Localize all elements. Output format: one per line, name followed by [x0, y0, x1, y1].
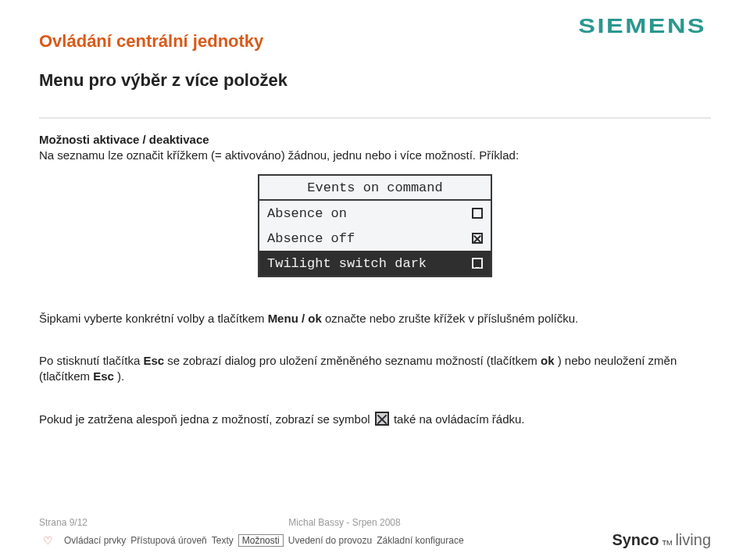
p4-b: také na ovládacím řádku.: [391, 412, 525, 426]
synco-tm: TM: [662, 539, 672, 547]
nav-item: Texty: [212, 535, 234, 546]
slide-footer: Strana 9/12 Michal Bassy - Srpen 2008 ♡ …: [0, 517, 750, 549]
p3-a: Po stisknutí tlačítka: [39, 354, 143, 367]
p3-b2: ok: [541, 354, 555, 367]
lcd-screen: Events on command Absence onAbsence offT…: [258, 174, 492, 277]
intro-paragraph: Na seznamu lze označit křížkem (= aktivo…: [39, 148, 711, 163]
paragraph-4: Pokud je zatržena alespoň jedna z možnos…: [39, 396, 711, 428]
siemens-logo: SIEMENS: [578, 14, 706, 38]
lcd-row: Absence off: [259, 226, 491, 251]
footer-meta: Strana 9/12 Michal Bassy - Srpen 2008: [27, 517, 723, 530]
slide-title-1: Ovládání centrální jednotky: [39, 30, 288, 53]
checked-box-icon: [375, 412, 389, 426]
slide-title-2: Menu pro výběr z více položek: [39, 69, 288, 92]
page-number: Strana 9/12: [39, 517, 88, 528]
p4-a: Pokud je zatržena alespoň jedna z možnos…: [39, 412, 373, 426]
lcd-title: Events on command: [259, 176, 491, 201]
p3-b3: Esc: [93, 369, 114, 383]
lcd-row: Twilight switch dark: [259, 251, 491, 276]
lcd-row: Absence on: [259, 201, 491, 226]
checkbox-checked-icon: [472, 233, 483, 244]
section-subhead: Možnosti aktivace / deaktivace: [39, 133, 711, 146]
synco-bold: Synco: [612, 531, 659, 549]
p3-c: se zobrazí dialog pro uložení změněného …: [164, 354, 541, 367]
lcd-row-label: Absence on: [267, 206, 347, 221]
heart-icon: ♡: [39, 532, 56, 549]
synco-light: living: [675, 531, 711, 549]
author-info: Michal Bassy - Srpen 2008: [288, 517, 400, 528]
checkbox-checked-icon: [472, 258, 483, 269]
synco-logo: SyncoTM living: [612, 531, 711, 549]
p2-a: Šipkami vyberte konkrétní volby a tlačít…: [39, 312, 268, 325]
paragraph-3: Po stisknutí tlačítka Esc se zobrazí dia…: [39, 337, 711, 385]
lcd-row-label: Absence off: [267, 231, 355, 246]
nav-item: Možnosti: [238, 534, 284, 547]
paragraph-2: Šipkami vyberte konkrétní volby a tlačít…: [39, 294, 711, 326]
p3-b1: Esc: [143, 354, 164, 367]
nav-item: Ovládací prvky: [64, 535, 126, 546]
p3-g: ).: [114, 369, 124, 383]
lcd-example: Events on command Absence onAbsence offT…: [39, 174, 711, 277]
nav-items: Ovládací prvkyPřístupová úroveňTextyMožn…: [64, 534, 469, 547]
checkbox-empty-icon: [472, 208, 483, 219]
footer-nav: ♡ Ovládací prvkyPřístupová úroveňTextyMo…: [27, 530, 723, 549]
slide-body: Možnosti aktivace / deaktivace Na seznam…: [0, 119, 750, 427]
nav-item: Základní konfigurace: [377, 535, 463, 546]
nav-item: Přístupová úroveň: [130, 535, 206, 546]
lcd-row-label: Twilight switch dark: [267, 256, 427, 271]
p2-b: označte nebo zrušte křížek v příslušném …: [322, 312, 578, 325]
p2-bold: Menu / ok: [268, 312, 322, 325]
nav-item: Uvedení do provozu: [288, 535, 372, 546]
slide-header: Ovládání centrální jednotky Menu pro výb…: [0, 0, 750, 114]
title-block: Ovládání centrální jednotky Menu pro výb…: [39, 14, 288, 108]
